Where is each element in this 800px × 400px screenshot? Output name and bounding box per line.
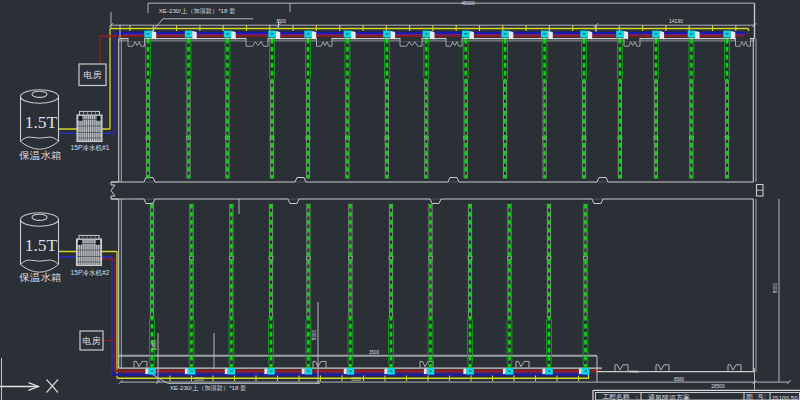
- svg-text:3500: 3500: [351, 377, 362, 382]
- svg-text:：: ：: [634, 394, 640, 400]
- svg-text:电房: 电房: [83, 336, 101, 346]
- svg-text:1.5T: 1.5T: [25, 235, 58, 255]
- svg-text:15P冷水机#1: 15P冷水机#1: [71, 144, 110, 152]
- svg-text:工程名称: 工程名称: [602, 393, 629, 400]
- svg-text:图: 图: [746, 393, 753, 400]
- svg-text:JS100.50: JS100.50: [771, 394, 798, 400]
- svg-text:8000: 8000: [312, 329, 317, 340]
- svg-text:28500: 28500: [711, 384, 725, 389]
- svg-text:15P冷水机#2: 15P冷水机#2: [71, 269, 110, 277]
- svg-text:3500: 3500: [194, 377, 205, 382]
- svg-text:3500: 3500: [369, 350, 380, 355]
- svg-text:14190: 14190: [669, 18, 683, 24]
- svg-text:通风降温方案: 通风降温方案: [648, 393, 690, 400]
- svg-text:45000: 45000: [461, 1, 475, 6]
- svg-text:2850: 2850: [152, 339, 157, 350]
- svg-text:号:: 号:: [757, 393, 766, 400]
- svg-text:电房: 电房: [84, 70, 102, 80]
- svg-text:保温水箱: 保温水箱: [19, 272, 62, 283]
- svg-text:8580: 8580: [674, 377, 685, 382]
- svg-text:1.5T: 1.5T: [25, 112, 58, 132]
- svg-text:保温水箱: 保温水箱: [19, 150, 62, 161]
- svg-text:3500: 3500: [276, 19, 287, 24]
- svg-text:8000: 8000: [773, 282, 778, 293]
- svg-text:XE-230/上（加湿款）*18 套: XE-230/上（加湿款）*18 套: [159, 7, 236, 15]
- svg-text:XE-230/上（加湿款）*18 套: XE-230/上（加湿款）*18 套: [170, 384, 247, 392]
- svg-text:1500: 1500: [629, 369, 639, 374]
